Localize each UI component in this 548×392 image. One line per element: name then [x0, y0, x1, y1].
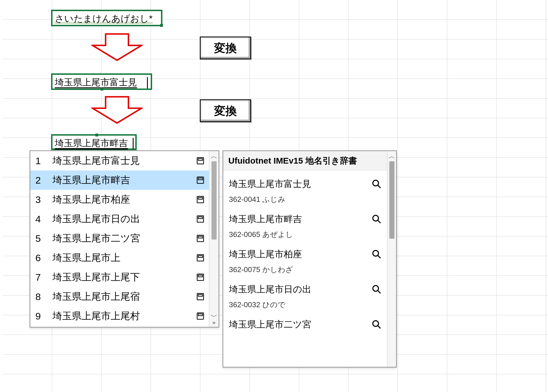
svg-line-25	[378, 255, 380, 258]
cell-converted-1-text: 埼玉県上尾市富士見	[55, 78, 137, 87]
dictionary-icon[interactable]	[195, 233, 206, 244]
scroll-up-icon[interactable]: ︿	[388, 153, 395, 160]
svg-line-27	[378, 290, 380, 293]
dictionary-icon[interactable]	[195, 272, 206, 282]
candidate-number: 1	[35, 155, 45, 166]
dictionary-icon[interactable]	[195, 253, 206, 263]
candidate-row[interactable]: 5埼玉県上尾市二ツ宮	[30, 229, 209, 248]
candidate-number: 2	[35, 175, 45, 186]
dictionary-icon[interactable]	[195, 311, 206, 321]
cell-converted-1[interactable]: 埼玉県上尾市富士見	[51, 73, 152, 90]
candidate-number: 5	[35, 233, 45, 244]
svg-rect-3	[198, 159, 203, 160]
dictionary-entry-name: 埼玉県上尾市二ツ宮	[229, 318, 311, 331]
dictionary-entry-name: 埼玉県上尾市柏座	[229, 248, 302, 261]
convert-button-label: 変換	[214, 40, 237, 56]
dictionary-icon[interactable]	[195, 156, 206, 166]
ime-dictionary-panel: Ufuidotnet IMEv15 地名引き辞書 埼玉県上尾市富士見362-00…	[223, 150, 397, 367]
text-caret-icon	[147, 77, 148, 89]
candidate-scrollbar[interactable]: ︿ ﹀ »	[209, 151, 219, 327]
search-icon[interactable]	[372, 179, 381, 189]
svg-point-26	[373, 286, 378, 291]
dictionary-entry-meta: 362-0032 ひので	[229, 300, 387, 310]
dictionary-entry-name: 埼玉県上尾市富士見	[229, 178, 311, 190]
fill-handle-icon[interactable]	[100, 88, 103, 91]
svg-point-24	[373, 250, 378, 256]
svg-rect-17	[198, 295, 203, 296]
convert-button-label: 変換	[214, 103, 237, 119]
cell-converted-2-text: 埼玉県上尾市畔吉	[55, 138, 128, 150]
candidate-row[interactable]: 7埼玉県上尾市上尾下	[30, 268, 209, 287]
scrollbar-thumb[interactable]	[389, 161, 394, 365]
svg-rect-7	[198, 198, 203, 199]
dictionary-entry-meta: 362-0041 ふじみ	[229, 194, 387, 204]
dictionary-icon[interactable]	[195, 175, 206, 185]
dictionary-icon[interactable]	[195, 292, 206, 302]
candidate-row[interactable]: 2埼玉県上尾市畔吉	[30, 170, 209, 190]
candidate-number: 8	[35, 291, 45, 302]
candidate-row[interactable]: 3埼玉県上尾市柏座	[30, 190, 209, 209]
candidate-text: 埼玉県上尾市日の出	[53, 212, 188, 226]
expand-icon[interactable]: »	[212, 319, 215, 325]
candidate-row[interactable]: 9埼玉県上尾市上尾村	[30, 306, 209, 326]
candidate-text: 埼玉県上尾市上尾宿	[53, 290, 188, 303]
candidate-number: 6	[35, 252, 45, 264]
svg-point-22	[373, 215, 378, 221]
svg-rect-9	[198, 217, 203, 219]
dictionary-icon[interactable]	[195, 194, 206, 205]
svg-line-21	[378, 185, 380, 188]
ime-candidate-list: 1埼玉県上尾市富士見2埼玉県上尾市畔吉3埼玉県上尾市柏座4埼玉県上尾市日の出5埼…	[30, 151, 209, 327]
candidate-text: 埼玉県上尾市上	[53, 251, 188, 264]
dictionary-icon[interactable]	[195, 214, 206, 224]
candidate-number: 3	[35, 194, 45, 205]
svg-point-28	[373, 321, 378, 326]
down-arrow-icon	[91, 96, 143, 124]
candidate-number: 9	[35, 311, 45, 322]
candidate-text: 埼玉県上尾市上尾村	[53, 309, 188, 323]
search-icon[interactable]	[372, 249, 381, 259]
candidate-number: 7	[35, 272, 45, 283]
dictionary-entry-meta: 362-0075 かしわざ	[229, 265, 387, 275]
cell-input-hiragana-text: さいたまけんあげおし*	[55, 14, 152, 24]
svg-rect-11	[198, 236, 203, 238]
search-icon[interactable]	[372, 319, 381, 329]
svg-rect-15	[198, 275, 203, 277]
candidate-text: 埼玉県上尾市上尾下	[53, 271, 188, 284]
candidate-text: 埼玉県上尾市二ツ宮	[53, 232, 188, 245]
candidate-text: 埼玉県上尾市富士見	[53, 154, 188, 167]
dictionary-scrollbar[interactable]: ︿	[387, 151, 396, 367]
svg-line-29	[378, 325, 380, 328]
convert-button[interactable]: 変換	[200, 99, 251, 122]
candidate-row[interactable]: 6埼玉県上尾市上	[30, 248, 209, 268]
svg-rect-5	[198, 178, 203, 180]
candidate-text: 埼玉県上尾市畔吉	[53, 174, 188, 187]
ime-candidate-panel: 1埼玉県上尾市富士見2埼玉県上尾市畔吉3埼玉県上尾市柏座4埼玉県上尾市日の出5埼…	[30, 150, 219, 327]
search-icon[interactable]	[372, 214, 381, 224]
dictionary-entry-list: 埼玉県上尾市富士見362-0041 ふじみ埼玉県上尾市畔吉362-0065 あぜ…	[223, 170, 387, 367]
dictionary-entry: 埼玉県上尾市柏座362-0075 かしわざ	[229, 248, 387, 275]
svg-rect-13	[198, 256, 203, 258]
fill-handle-icon[interactable]	[95, 134, 98, 136]
candidate-text: 埼玉県上尾市柏座	[53, 193, 188, 206]
svg-point-20	[373, 180, 378, 186]
candidate-row[interactable]: 4埼玉県上尾市日の出	[30, 209, 209, 229]
candidate-row[interactable]: 1埼玉県上尾市富士見	[30, 151, 209, 170]
candidate-row[interactable]: 8埼玉県上尾市上尾宿	[30, 287, 209, 306]
svg-marker-1	[92, 97, 142, 123]
fill-handle-icon[interactable]	[160, 24, 163, 27]
scroll-up-icon[interactable]: ︿	[211, 153, 217, 160]
svg-marker-0	[92, 34, 142, 60]
search-icon[interactable]	[372, 284, 381, 294]
dictionary-entry-meta: 362-0065 あぜよし	[229, 230, 387, 240]
convert-button[interactable]: 変換	[200, 37, 251, 59]
svg-line-23	[378, 220, 380, 223]
scrollbar-thumb[interactable]	[211, 161, 217, 311]
cell-converted-2[interactable]: 埼玉県上尾市畔吉	[51, 134, 137, 150]
dictionary-entry: 埼玉県上尾市日の出362-0032 ひので	[229, 283, 387, 310]
dictionary-entry-name: 埼玉県上尾市畔吉	[229, 213, 302, 226]
svg-rect-19	[198, 314, 203, 316]
dictionary-entry: 埼玉県上尾市二ツ宮	[229, 318, 387, 331]
dictionary-entry-name: 埼玉県上尾市日の出	[229, 283, 311, 296]
candidate-number: 4	[35, 214, 45, 225]
cell-input-hiragana[interactable]: さいたまけんあげおし*	[51, 10, 162, 26]
